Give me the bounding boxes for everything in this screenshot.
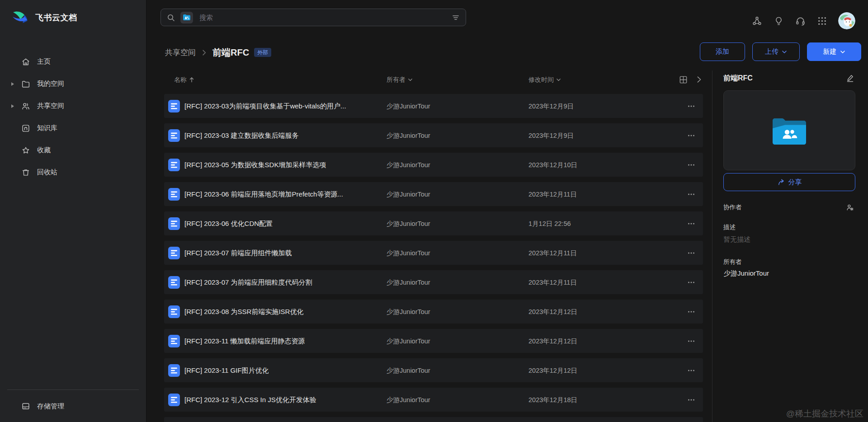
file-owner: 少游JuniorTour [387,278,430,286]
table-header: 名称 所有者 修改时间 [164,70,703,89]
sidebar-item-shared-space[interactable]: 共享空间 [0,95,146,117]
file-name[interactable]: [RFC] 2023-06 优化CDN配置 [184,219,273,228]
table-row[interactable]: [RFC] 2023-03 建立数据收集后端服务 少游JuniorTour 20… [164,123,703,147]
file-modified-date: 2023年12月9日 [528,102,574,110]
people-icon [21,101,31,111]
file-name[interactable]: [RFC] 2023-11 懒加载前端应用静态资源 [184,337,305,345]
description-empty-text[interactable]: 暂无描述 [723,235,750,244]
more-actions-icon[interactable] [685,247,697,259]
share-arrow-icon [777,178,785,186]
details-panel: 前端RFC 分享 协作者 描述 暂无描 [712,0,868,422]
table-row[interactable]: [RFC] 2023-07 为前端应用细粒度代码分割 少游JuniorTour … [164,270,703,294]
file-name[interactable]: [RFC] 2023-05 为数据收集SDK增加采样率选项 [184,160,326,169]
more-actions-icon[interactable] [685,277,697,288]
file-owner: 少游JuniorTour [387,395,430,404]
table-row[interactable]: [RFC] 2023-05 为数据收集SDK增加采样率选项 少游JuniorTo… [164,153,703,177]
more-actions-icon[interactable] [685,130,697,141]
table-row[interactable]: [RFC] 2023-12 引入CSS In JS优化开发体验 少游Junior… [164,388,703,412]
shared-folder-icon [771,116,808,145]
search-scope-chip[interactable] [180,12,193,23]
column-modified-label: 修改时间 [528,70,554,89]
expand-caret-icon[interactable] [11,82,14,86]
storage-drive-icon [21,401,31,411]
collaborators-label: 协作者 [723,203,742,211]
table-row[interactable]: [RFC] 2023-08 为SSR前端实施ISR优化 少游JuniorTour… [164,300,703,324]
file-modified-date: 1月12日 22:56 [528,219,571,228]
doc-icon [168,159,180,171]
more-actions-icon[interactable] [685,159,697,171]
file-name[interactable]: [RFC] 2023-08 为SSR前端实施ISR优化 [184,307,303,316]
doc-icon [168,305,180,318]
collapse-panel-chevron-icon[interactable] [695,75,704,84]
file-name[interactable]: [RFC] 2023-03 建立数据收集后端服务 [184,131,299,140]
file-owner: 少游JuniorTour [387,249,430,257]
chevron-down-icon [408,77,413,82]
sidebar-item-storage[interactable]: 存储管理 [0,396,146,417]
file-name[interactable]: [RFC] 2023-11 GIF图片优化 [184,366,269,375]
shared-folder-mini-icon [183,14,191,21]
watermark: @稀土掘金技术社区 [786,408,863,420]
sidebar-item-trash[interactable]: 回收站 [0,161,146,183]
table-row[interactable]: [RFC] 2023-06 前端应用落地页增加Prefetch等资源... 少游… [164,182,703,206]
sidebar-item-label: 主页 [37,57,51,66]
file-name[interactable]: [RFC] 2023-12 引入CSS In JS优化开发体验 [184,395,316,404]
table-row[interactable]: [RFC] 2023-03为前端项目收集基于web-vitals的用户... 少… [164,94,703,118]
more-actions-icon[interactable] [685,365,697,376]
file-owner: 少游JuniorTour [387,190,430,198]
file-modified-date: 2023年12月10日 [528,160,577,169]
table-row-partial[interactable] [164,417,703,422]
file-name[interactable]: [RFC] 2023-07 前端应用组件懒加载 [184,249,292,257]
app-logo[interactable]: 飞书云文档 [12,9,77,26]
file-modified-date: 2023年12月9日 [528,131,574,140]
file-owner: 少游JuniorTour [387,337,430,345]
file-owner: 少游JuniorTour [387,131,430,140]
doc-icon [168,217,180,230]
more-actions-icon[interactable] [685,394,697,406]
app-title: 飞书云文档 [35,12,77,23]
table-row[interactable]: [RFC] 2023-11 GIF图片优化 少游JuniorTour 2023年… [164,358,703,382]
table-row[interactable]: [RFC] 2023-06 优化CDN配置 少游JuniorTour 1月12日… [164,211,703,235]
wiki-icon [21,123,31,133]
table-row[interactable]: [RFC] 2023-11 懒加载前端应用静态资源 少游JuniorTour 2… [164,329,703,353]
edit-pencil-icon[interactable] [846,74,855,83]
sidebar-item-label: 我的空间 [37,80,64,88]
doc-icon [168,276,180,289]
more-actions-icon[interactable] [685,188,697,200]
file-name[interactable]: [RFC] 2023-06 前端应用落地页增加Prefetch等资源... [184,190,343,198]
column-owner-label: 所有者 [387,70,406,89]
file-modified-date: 2023年12月11日 [528,249,577,257]
table-row[interactable]: [RFC] 2023-07 前端应用组件懒加载 少游JuniorTour 202… [164,241,703,265]
page-title: 前端RFC [212,47,249,59]
sidebar-item-wiki[interactable]: 知识库 [0,117,146,139]
sidebar-item-my-space[interactable]: 我的空间 [0,73,146,95]
more-actions-icon[interactable] [685,306,697,318]
more-actions-icon[interactable] [685,335,697,347]
manage-collaborators-icon[interactable] [845,203,854,212]
file-name[interactable]: [RFC] 2023-07 为前端应用细粒度代码分割 [184,278,312,286]
search-filter-button[interactable] [451,13,460,22]
file-modified-date: 2023年12月12日 [528,366,577,375]
more-actions-icon[interactable] [685,218,697,230]
search-bar[interactable] [160,9,466,26]
sidebar-item-favorites[interactable]: 收藏 [0,139,146,161]
owner-label: 所有者 [723,258,742,266]
file-owner: 少游JuniorTour [387,102,430,110]
expand-caret-icon[interactable] [11,104,14,108]
column-modified[interactable]: 修改时间 [528,70,561,89]
chevron-down-icon [556,77,561,82]
doc-icon [168,394,180,406]
column-owner[interactable]: 所有者 [387,70,413,89]
search-input[interactable] [199,14,451,21]
file-name[interactable]: [RFC] 2023-03为前端项目收集基于web-vitals的用户... [184,102,346,110]
owner-name: 少游JuniorTour [724,269,769,278]
breadcrumb-shared-space[interactable]: 共享空间 [165,47,196,58]
grid-view-icon[interactable] [679,75,688,84]
more-actions-icon[interactable] [685,100,697,112]
sort-asc-icon [189,77,194,83]
column-name-sort[interactable]: 名称 [174,70,194,89]
file-modified-date: 2023年12月11日 [528,190,577,198]
share-button[interactable]: 分享 [723,173,855,191]
sidebar-item-home[interactable]: 主页 [0,51,146,73]
doc-icon [168,100,180,113]
file-modified-date: 2023年12月12日 [528,307,577,316]
